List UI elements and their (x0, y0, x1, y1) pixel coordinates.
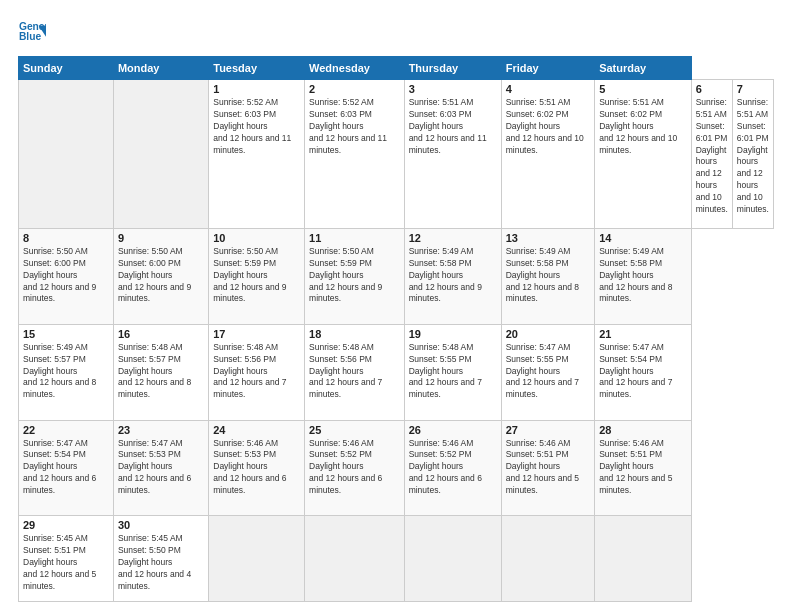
day-info: Sunrise: 5:51 AM Sunset: 6:02 PM Dayligh… (599, 97, 687, 156)
calendar-cell (404, 516, 501, 602)
day-info: Sunrise: 5:46 AM Sunset: 5:53 PM Dayligh… (213, 438, 300, 497)
day-info: Sunrise: 5:49 AM Sunset: 5:58 PM Dayligh… (506, 246, 590, 305)
weekday-header-friday: Friday (501, 57, 594, 80)
day-number: 23 (118, 424, 204, 436)
day-number: 6 (696, 83, 728, 95)
calendar-cell: 5 Sunrise: 5:51 AM Sunset: 6:02 PM Dayli… (595, 80, 692, 229)
day-info: Sunrise: 5:46 AM Sunset: 5:51 PM Dayligh… (599, 438, 687, 497)
day-info: Sunrise: 5:47 AM Sunset: 5:54 PM Dayligh… (599, 342, 687, 401)
day-info: Sunrise: 5:49 AM Sunset: 5:58 PM Dayligh… (599, 246, 687, 305)
day-number: 1 (213, 83, 300, 95)
day-info: Sunrise: 5:48 AM Sunset: 5:56 PM Dayligh… (309, 342, 400, 401)
calendar-cell: 9 Sunrise: 5:50 AM Sunset: 6:00 PM Dayli… (113, 228, 208, 324)
day-number: 13 (506, 232, 590, 244)
day-info: Sunrise: 5:49 AM Sunset: 5:58 PM Dayligh… (409, 246, 497, 305)
day-info: Sunrise: 5:50 AM Sunset: 6:00 PM Dayligh… (23, 246, 109, 305)
day-number: 4 (506, 83, 590, 95)
svg-text:Blue: Blue (19, 31, 42, 42)
calendar-cell: 23 Sunrise: 5:47 AM Sunset: 5:53 PM Dayl… (113, 420, 208, 516)
day-info: Sunrise: 5:52 AM Sunset: 6:03 PM Dayligh… (213, 97, 300, 156)
day-info: Sunrise: 5:48 AM Sunset: 5:55 PM Dayligh… (409, 342, 497, 401)
day-info: Sunrise: 5:46 AM Sunset: 5:51 PM Dayligh… (506, 438, 590, 497)
calendar-cell: 11 Sunrise: 5:50 AM Sunset: 5:59 PM Dayl… (305, 228, 405, 324)
day-info: Sunrise: 5:48 AM Sunset: 5:56 PM Dayligh… (213, 342, 300, 401)
day-number: 16 (118, 328, 204, 340)
weekday-header-thursday: Thursday (404, 57, 501, 80)
day-number: 15 (23, 328, 109, 340)
day-number: 29 (23, 519, 109, 531)
calendar-cell: 3 Sunrise: 5:51 AM Sunset: 6:03 PM Dayli… (404, 80, 501, 229)
calendar-cell: 12 Sunrise: 5:49 AM Sunset: 5:58 PM Dayl… (404, 228, 501, 324)
calendar-cell: 27 Sunrise: 5:46 AM Sunset: 5:51 PM Dayl… (501, 420, 594, 516)
weekday-header-saturday: Saturday (595, 57, 692, 80)
calendar-cell: 28 Sunrise: 5:46 AM Sunset: 5:51 PM Dayl… (595, 420, 692, 516)
day-number: 17 (213, 328, 300, 340)
calendar-cell: 18 Sunrise: 5:48 AM Sunset: 5:56 PM Dayl… (305, 324, 405, 420)
day-number: 12 (409, 232, 497, 244)
calendar-cell: 25 Sunrise: 5:46 AM Sunset: 5:52 PM Dayl… (305, 420, 405, 516)
calendar-cell: 16 Sunrise: 5:48 AM Sunset: 5:57 PM Dayl… (113, 324, 208, 420)
calendar-cell: 2 Sunrise: 5:52 AM Sunset: 6:03 PM Dayli… (305, 80, 405, 229)
day-number: 28 (599, 424, 687, 436)
day-info: Sunrise: 5:50 AM Sunset: 5:59 PM Dayligh… (213, 246, 300, 305)
calendar-cell (595, 516, 692, 602)
calendar-cell: 7 Sunrise: 5:51 AM Sunset: 6:01 PM Dayli… (732, 80, 773, 229)
calendar-cell: 8 Sunrise: 5:50 AM Sunset: 6:00 PM Dayli… (19, 228, 114, 324)
calendar-cell: 6 Sunrise: 5:51 AM Sunset: 6:01 PM Dayli… (691, 80, 732, 229)
day-info: Sunrise: 5:50 AM Sunset: 5:59 PM Dayligh… (309, 246, 400, 305)
day-number: 27 (506, 424, 590, 436)
day-info: Sunrise: 5:47 AM Sunset: 5:55 PM Dayligh… (506, 342, 590, 401)
calendar-cell (305, 516, 405, 602)
day-number: 5 (599, 83, 687, 95)
weekday-header-monday: Monday (113, 57, 208, 80)
day-info: Sunrise: 5:49 AM Sunset: 5:57 PM Dayligh… (23, 342, 109, 401)
calendar-cell: 22 Sunrise: 5:47 AM Sunset: 5:54 PM Dayl… (19, 420, 114, 516)
day-number: 18 (309, 328, 400, 340)
day-number: 24 (213, 424, 300, 436)
weekday-header-tuesday: Tuesday (209, 57, 305, 80)
day-number: 9 (118, 232, 204, 244)
calendar-cell: 21 Sunrise: 5:47 AM Sunset: 5:54 PM Dayl… (595, 324, 692, 420)
calendar-cell: 1 Sunrise: 5:52 AM Sunset: 6:03 PM Dayli… (209, 80, 305, 229)
day-number: 2 (309, 83, 400, 95)
calendar-cell: 20 Sunrise: 5:47 AM Sunset: 5:55 PM Dayl… (501, 324, 594, 420)
weekday-header-wednesday: Wednesday (305, 57, 405, 80)
calendar-cell (209, 516, 305, 602)
day-info: Sunrise: 5:47 AM Sunset: 5:53 PM Dayligh… (118, 438, 204, 497)
day-number: 3 (409, 83, 497, 95)
calendar-cell: 14 Sunrise: 5:49 AM Sunset: 5:58 PM Dayl… (595, 228, 692, 324)
day-info: Sunrise: 5:46 AM Sunset: 5:52 PM Dayligh… (409, 438, 497, 497)
day-info: Sunrise: 5:52 AM Sunset: 6:03 PM Dayligh… (309, 97, 400, 156)
day-number: 19 (409, 328, 497, 340)
calendar-cell: 15 Sunrise: 5:49 AM Sunset: 5:57 PM Dayl… (19, 324, 114, 420)
calendar-cell: 17 Sunrise: 5:48 AM Sunset: 5:56 PM Dayl… (209, 324, 305, 420)
day-info: Sunrise: 5:46 AM Sunset: 5:52 PM Dayligh… (309, 438, 400, 497)
day-info: Sunrise: 5:45 AM Sunset: 5:50 PM Dayligh… (118, 533, 204, 592)
weekday-header-sunday: Sunday (19, 57, 114, 80)
page: General Blue SundayMondayTuesdayWednesda… (0, 0, 792, 612)
logo: General Blue (18, 18, 50, 46)
day-info: Sunrise: 5:51 AM Sunset: 6:02 PM Dayligh… (506, 97, 590, 156)
day-info: Sunrise: 5:51 AM Sunset: 6:01 PM Dayligh… (696, 97, 728, 216)
calendar-cell: 19 Sunrise: 5:48 AM Sunset: 5:55 PM Dayl… (404, 324, 501, 420)
calendar-table: SundayMondayTuesdayWednesdayThursdayFrid… (18, 56, 774, 602)
day-number: 26 (409, 424, 497, 436)
day-info: Sunrise: 5:51 AM Sunset: 6:03 PM Dayligh… (409, 97, 497, 156)
day-number: 11 (309, 232, 400, 244)
day-number: 10 (213, 232, 300, 244)
day-number: 22 (23, 424, 109, 436)
calendar-cell (113, 80, 208, 229)
day-info: Sunrise: 5:47 AM Sunset: 5:54 PM Dayligh… (23, 438, 109, 497)
calendar-cell: 24 Sunrise: 5:46 AM Sunset: 5:53 PM Dayl… (209, 420, 305, 516)
header: General Blue (18, 18, 774, 46)
day-info: Sunrise: 5:45 AM Sunset: 5:51 PM Dayligh… (23, 533, 109, 592)
calendar-cell: 13 Sunrise: 5:49 AM Sunset: 5:58 PM Dayl… (501, 228, 594, 324)
logo-icon: General Blue (18, 18, 46, 46)
calendar-cell: 30 Sunrise: 5:45 AM Sunset: 5:50 PM Dayl… (113, 516, 208, 602)
day-info: Sunrise: 5:50 AM Sunset: 6:00 PM Dayligh… (118, 246, 204, 305)
day-number: 14 (599, 232, 687, 244)
calendar-cell (19, 80, 114, 229)
day-number: 8 (23, 232, 109, 244)
day-info: Sunrise: 5:48 AM Sunset: 5:57 PM Dayligh… (118, 342, 204, 401)
day-info: Sunrise: 5:51 AM Sunset: 6:01 PM Dayligh… (737, 97, 769, 216)
